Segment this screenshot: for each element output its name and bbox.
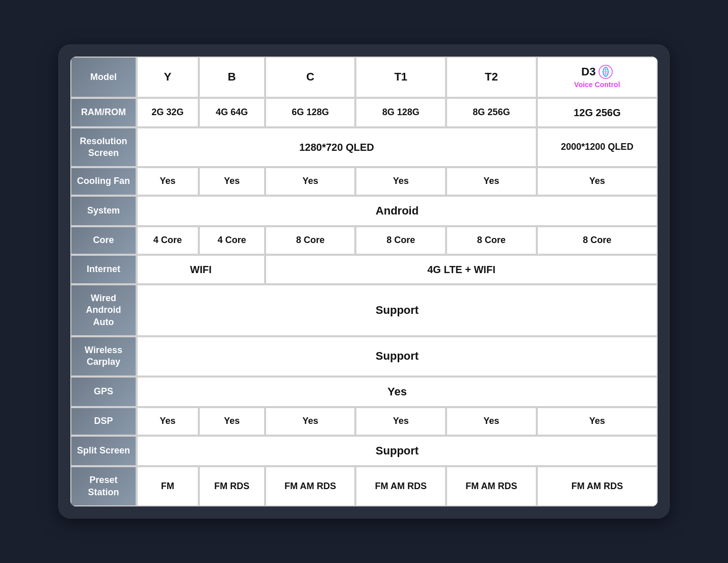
dsp-y: Yes — [137, 407, 199, 435]
ram-rom-b: 4G 64G — [199, 98, 265, 127]
preset-y: FM — [137, 466, 199, 506]
core-c: 8 Core — [265, 226, 356, 254]
dsp-label: DSP — [70, 407, 137, 435]
preset-d3: FM AM RDS — [537, 466, 658, 506]
wireless-carplay-label: Wireless Carplay — [70, 336, 137, 377]
model-d3: D3 Voice Control — [537, 57, 658, 98]
system-label: System — [70, 196, 137, 227]
preset-t1: FM AM RDS — [355, 466, 446, 506]
wireless-carplay-row: Wireless Carplay Support — [70, 336, 658, 377]
resolution-row: Resolution Screen 1280*720 QLED 2000*120… — [70, 127, 658, 168]
model-b: B — [199, 57, 265, 98]
model-t2: T2 — [446, 57, 537, 98]
ram-rom-label: RAM/ROM — [70, 98, 137, 127]
d3-label: D3 — [581, 65, 595, 79]
ram-rom-c: 6G 128G — [265, 98, 356, 127]
split-screen-row: Split Screen Support — [70, 436, 658, 467]
model-t1: T1 — [355, 57, 446, 98]
cooling-fan-t2: Yes — [446, 167, 537, 195]
model-y: Y — [137, 57, 199, 98]
dsp-t1: Yes — [355, 407, 446, 435]
gps-label: GPS — [70, 377, 137, 408]
split-screen-value: Support — [137, 436, 658, 467]
core-y: 4 Core — [137, 226, 199, 254]
wired-android-row: Wired Android Auto Support — [70, 284, 658, 336]
internet-lte: 4G LTE + WIFI — [265, 255, 658, 284]
system-row: System Android — [70, 196, 658, 227]
internet-row: Internet WIFI 4G LTE + WIFI — [70, 255, 658, 284]
comparison-table: Model Y B C T1 T2 D3 — [70, 57, 658, 506]
core-t2: 8 Core — [446, 226, 537, 254]
ram-rom-row: RAM/ROM 2G 32G 4G 64G 6G 128G 8G 128G 8G… — [70, 98, 658, 127]
ram-rom-t1: 8G 128G — [355, 98, 446, 127]
resolution-span: 1280*720 QLED — [137, 127, 537, 168]
voice-label: Voice Control — [574, 80, 620, 89]
cooling-fan-b: Yes — [199, 167, 265, 195]
dsp-d3: Yes — [537, 407, 658, 435]
dsp-row: DSP Yes Yes Yes Yes Yes Yes — [70, 407, 658, 435]
core-b: 4 Core — [199, 226, 265, 254]
internet-wifi: WIFI — [137, 255, 265, 284]
main-container: Model Y B C T1 T2 D3 — [58, 44, 670, 519]
cooling-fan-label: Cooling Fan — [70, 167, 137, 195]
wireless-carplay-value: Support — [137, 336, 658, 377]
model-c: C — [265, 57, 356, 98]
cooling-fan-row: Cooling Fan Yes Yes Yes Yes Yes Yes — [70, 167, 658, 195]
system-value: Android — [137, 196, 658, 227]
ram-rom-y: 2G 32G — [137, 98, 199, 127]
resolution-d3: 2000*1200 QLED — [537, 127, 658, 168]
dsp-b: Yes — [199, 407, 265, 435]
dsp-t2: Yes — [446, 407, 537, 435]
wired-android-label: Wired Android Auto — [70, 284, 137, 336]
cooling-fan-c: Yes — [265, 167, 356, 195]
ram-rom-d3: 12G 256G — [537, 98, 658, 127]
dsp-c: Yes — [265, 407, 356, 435]
wired-android-value: Support — [137, 284, 658, 336]
cooling-fan-t1: Yes — [355, 167, 446, 195]
core-d3: 8 Core — [537, 226, 658, 254]
resolution-label: Resolution Screen — [70, 127, 137, 168]
cooling-fan-y: Yes — [137, 167, 199, 195]
voice-icon — [599, 65, 613, 79]
core-t1: 8 Core — [355, 226, 446, 254]
gps-value: Yes — [137, 377, 658, 408]
core-label: Core — [70, 226, 137, 254]
ram-rom-t2: 8G 256G — [446, 98, 537, 127]
model-row: Model Y B C T1 T2 D3 — [70, 57, 658, 98]
model-label: Model — [70, 57, 137, 98]
core-row: Core 4 Core 4 Core 8 Core 8 Core 8 Core … — [70, 226, 658, 254]
preset-station-label: Preset Station — [70, 466, 137, 506]
internet-label: Internet — [70, 255, 137, 284]
preset-c: FM AM RDS — [265, 466, 356, 506]
cooling-fan-d3: Yes — [537, 167, 658, 195]
gps-row: GPS Yes — [70, 377, 658, 408]
preset-t2: FM AM RDS — [446, 466, 537, 506]
preset-b: FM RDS — [199, 466, 265, 506]
split-screen-label: Split Screen — [70, 436, 137, 467]
preset-station-row: Preset Station FM FM RDS FM AM RDS FM AM… — [70, 466, 658, 506]
